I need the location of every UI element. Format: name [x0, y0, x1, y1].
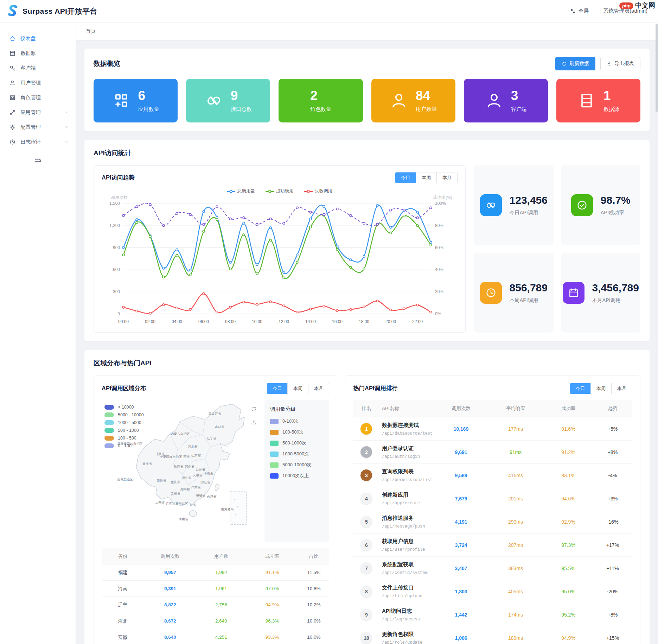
key-icon — [9, 65, 16, 71]
sidebar-collapse-icon[interactable] — [34, 156, 42, 164]
trend-tab-今日[interactable]: 今日 — [395, 172, 416, 183]
china-map[interactable]: > 100005000 - 100001000 - 5000500 - 1000… — [102, 400, 259, 542]
trend-tab-本月[interactable]: 本月 — [436, 172, 457, 183]
legend-item-成功调用[interactable]: 成功调用 — [266, 188, 294, 194]
trend: +5% — [593, 426, 632, 432]
trend: +8% — [593, 449, 632, 455]
sidebar-item-应用管理[interactable]: 应用管理 — [0, 105, 76, 120]
calls-link[interactable]: 10,169 — [435, 426, 487, 432]
legend-item-失败调用[interactable]: 失败调用 — [304, 188, 332, 194]
map-tab-今日[interactable]: 今日 — [267, 383, 287, 394]
app-logo[interactable]: Surpass API开放平台 — [6, 4, 97, 18]
fullscreen-button[interactable]: 全屏 — [570, 8, 589, 14]
legend-label: 5000 - 10000 — [118, 412, 144, 417]
sidebar-item-label: 用户管理 — [20, 80, 41, 86]
stat-card-客户端[interactable]: 3客户端 — [464, 79, 548, 122]
rank-tab-本周[interactable]: 本周 — [590, 383, 611, 394]
province-name: 河南 — [102, 586, 144, 592]
sidebar-item-数据源[interactable]: 数据源 — [0, 46, 76, 61]
page-scrollbar[interactable] — [656, 24, 658, 112]
rank-badge: 4 — [360, 493, 372, 504]
calls-link[interactable]: 1,803 — [435, 589, 487, 594]
calls-link[interactable]: 9,691 — [435, 449, 487, 455]
calls-link[interactable]: 8,640 — [144, 634, 197, 640]
sidebar: 仪表盘数据源客户端用户管理角色管理应用管理配置管理日志审计 — [0, 23, 76, 644]
trend-tab-本周[interactable]: 本周 — [416, 172, 436, 183]
api-path: /api/role/update — [382, 640, 433, 644]
calls-link[interactable]: 3,724 — [435, 542, 487, 548]
stat-label: 数据源 — [603, 106, 619, 113]
sidebar-item-客户端[interactable]: 客户端 — [0, 61, 76, 75]
legend-label: 100 - 500 — [118, 436, 136, 441]
apps-grid-icon — [112, 91, 130, 110]
rank-period-tabs: 今日本周本月 — [570, 383, 632, 394]
api-name: 创建新应用 — [382, 492, 433, 498]
calls-link[interactable]: 9,589 — [435, 473, 487, 478]
stat-card-角色数量[interactable]: 2角色数量 — [279, 79, 363, 122]
api-name: 系统配置获取 — [382, 561, 433, 568]
success-rate: 95.5% — [544, 566, 593, 571]
map-label-山东省: 山东省 — [191, 453, 201, 457]
legend-label: 500 - 1000 — [118, 428, 139, 433]
calls-link[interactable]: 1,006 — [435, 635, 487, 641]
breadcrumb-home[interactable]: 首页 — [86, 28, 96, 34]
success-rate: 95.0% — [544, 589, 593, 594]
legend-label: 0 - 100 — [118, 443, 132, 448]
legend-item-总调用量[interactable]: 总调用量 — [227, 188, 255, 194]
svg-text:12:00: 12:00 — [279, 319, 289, 324]
sidebar-item-label: 客户端 — [20, 65, 36, 71]
rank-tab-本月[interactable]: 本月 — [611, 383, 632, 394]
map-period-tabs: 今日本周本月 — [267, 383, 329, 394]
map-tab-本月[interactable]: 本月 — [308, 383, 329, 394]
stat-card-接口总数[interactable]: 9接口总数 — [186, 79, 270, 122]
sidebar-item-日志审计[interactable]: 日志审计 — [0, 134, 76, 149]
api-name: 获取用户信息 — [382, 538, 433, 545]
sidebar-item-角色管理[interactable]: 角色管理 — [0, 90, 76, 105]
refresh-data-button[interactable]: 刷新数据 — [555, 57, 595, 70]
map-toolbar — [251, 406, 257, 425]
rank-card: 热门API调用排行 今日本周本月 排名API名称调用次数平均响应成功率趋势1数据… — [345, 375, 640, 644]
calls-link[interactable]: 9,391 — [144, 586, 197, 591]
rank-badge: 5 — [360, 516, 372, 528]
calls-link[interactable]: 9,957 — [144, 570, 197, 575]
download-icon — [607, 61, 612, 67]
calls-link[interactable]: 1,442 — [435, 612, 487, 618]
rank-badge: 9 — [360, 609, 372, 620]
rank-badge: 1 — [360, 423, 372, 435]
map-save-image-icon[interactable] — [251, 419, 257, 425]
map-tab-本周[interactable]: 本周 — [287, 383, 308, 394]
chevron-down-icon — [64, 140, 69, 144]
map-refresh-icon[interactable] — [251, 406, 257, 412]
column-header: API名称 — [380, 405, 435, 412]
map-label-上海市: 上海市 — [204, 472, 213, 476]
sidebar-item-配置管理[interactable]: 配置管理 — [0, 120, 76, 134]
province-table-header: 省份调用次数用户数成功率占比 — [102, 548, 329, 564]
api-path: /api/message/push — [382, 524, 433, 529]
legend-label: 成功调用 — [276, 188, 294, 194]
province-row: 辽宁8,8222,75694.9%10.2% — [102, 597, 329, 613]
fullscreen-label: 全屏 — [578, 8, 589, 14]
trend-chart-svg: 03006009001,2001,5000%20%40%60%80%100%调用… — [102, 194, 458, 327]
calls-link[interactable]: 3,407 — [435, 566, 487, 571]
api-stats-card: API访问统计 API访问趋势 今日本周本月 总调用量成功调用失败调用 0300… — [84, 140, 650, 341]
calls-link[interactable]: 4,191 — [435, 519, 487, 525]
stat-card-应用数量[interactable]: 6应用数量 — [94, 79, 178, 122]
map-label-广西壮族自治区: 广西壮族自治区 — [166, 501, 188, 506]
calls-link[interactable]: 8,672 — [144, 618, 197, 624]
rank-tab-今日[interactable]: 今日 — [570, 383, 590, 394]
map-label-辽宁省: 辽宁省 — [207, 436, 216, 441]
chevron-down-icon — [64, 140, 69, 144]
sidebar-item-仪表盘[interactable]: 仪表盘 — [0, 31, 76, 46]
sidebar-item-用户管理[interactable]: 用户管理 — [0, 75, 76, 90]
calls-link[interactable]: 8,822 — [144, 602, 197, 607]
chevron-down-icon — [64, 125, 69, 129]
column-header: 占比 — [299, 553, 329, 560]
chevron-down-icon — [64, 110, 69, 114]
stat-card-用户数量[interactable]: 84用户数量 — [371, 79, 455, 122]
plug-icon — [205, 91, 223, 110]
header-divider — [596, 8, 596, 14]
stat-card-数据源[interactable]: 1数据源 — [556, 79, 640, 122]
export-report-button[interactable]: 导出报表 — [600, 57, 640, 70]
calls-link[interactable]: 7,679 — [435, 496, 487, 501]
share: 10.0% — [299, 618, 329, 624]
